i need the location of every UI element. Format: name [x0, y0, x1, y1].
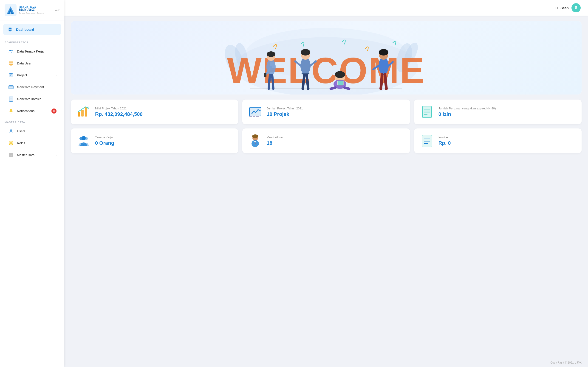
svg-point-77: [379, 57, 389, 75]
svg-line-74: [345, 88, 349, 89]
footer-text: Copy Right © 2021 UJPK: [550, 361, 582, 364]
stat-label-vendor: Vendor/User: [267, 135, 283, 140]
collapse-button[interactable]: ««: [55, 8, 60, 13]
generate-invoice-label: Generate Invoice: [17, 97, 57, 101]
sidebar-item-generate-payment[interactable]: Generate Payment: [3, 81, 61, 93]
svg-point-36: [10, 113, 11, 114]
notifications-label: Notifications: [17, 109, 49, 113]
svg-point-104: [252, 134, 258, 138]
stat-info-vendor: Vendor/User 18: [267, 135, 283, 146]
stat-info-nilai-projek: Nilai Projek Tahun 2021 Rp. 432,092,484,…: [95, 107, 143, 117]
roles-label: Roles: [17, 141, 57, 145]
svg-rect-48: [11, 155, 13, 157]
stat-value-invoice: Rp. 0: [439, 140, 451, 146]
vendor-icon: [248, 133, 262, 148]
sidebar: USAHA JAYA PRIMA KARYA Bangga Kebanggaan…: [0, 0, 64, 367]
svg-line-62: [272, 75, 273, 89]
invoice-nav-icon: [8, 96, 14, 102]
stat-value-jumlah-project: 10 Projek: [267, 111, 303, 117]
section-administrator: ADMINISTRATOR: [0, 37, 64, 45]
svg-point-18: [11, 62, 11, 62]
page-content: WELCOME: [64, 16, 588, 358]
svg-rect-4: [10, 12, 10, 14]
svg-rect-92: [253, 116, 255, 117]
greeting-text: Hi, Sean: [555, 6, 569, 10]
svg-point-102: [82, 136, 86, 140]
chart-icon: [76, 105, 91, 119]
stat-card-vendor: Vendor/User 18: [242, 128, 410, 153]
svg-line-82: [381, 75, 382, 89]
sidebar-item-master-data[interactable]: Master Data ›: [3, 149, 61, 161]
stat-value-nilai-projek: Rp. 432,092,484,500: [95, 111, 143, 117]
sidebar-item-dashboard[interactable]: Dashboard: [3, 24, 61, 35]
svg-line-73: [331, 88, 335, 89]
user-icon: [8, 60, 14, 67]
svg-rect-86: [85, 107, 87, 117]
svg-rect-46: [11, 153, 13, 155]
dashboard-icon: [7, 26, 13, 33]
svg-rect-15: [10, 65, 12, 66]
svg-point-10: [9, 50, 11, 51]
svg-point-42: [11, 144, 11, 145]
svg-point-11: [11, 50, 13, 51]
stats-row-2: Tenaga Kerja 0 Orang: [71, 128, 582, 153]
masterdata-icon: [8, 152, 14, 158]
project-label: Project: [17, 73, 53, 77]
sidebar-item-generate-invoice[interactable]: Generate Invoice: [3, 93, 61, 105]
svg-rect-84: [78, 112, 80, 117]
workers-icon: [76, 133, 91, 148]
svg-point-71: [335, 71, 345, 78]
sidebar-item-data-tenaga-kerja[interactable]: Data Tenaga Kerja: [3, 46, 61, 57]
svg-rect-29: [11, 88, 11, 88]
data-user-label: Data User: [17, 61, 57, 65]
svg-rect-107: [422, 135, 432, 147]
greeting-prefix: Hi,: [555, 6, 560, 10]
stat-value-tenaga-kerja: 0 Orang: [95, 140, 114, 146]
svg-point-44: [12, 143, 13, 144]
svg-rect-47: [9, 155, 11, 157]
svg-rect-20: [9, 74, 13, 77]
stat-card-invoice: Invoice Rp. 0: [414, 128, 582, 153]
stat-info-tenaga-kerja: Tenaga Kerja 0 Orang: [95, 135, 114, 146]
svg-line-66: [303, 75, 304, 89]
page-footer: Copy Right © 2021 UJPK: [64, 358, 588, 367]
sidebar-item-project[interactable]: Project ›: [3, 69, 61, 81]
sidebar-item-notifications[interactable]: Notifications 0: [3, 105, 61, 117]
sidebar-item-roles[interactable]: Roles: [3, 137, 61, 149]
users-label: Users: [17, 129, 57, 133]
stat-value-perizinan: 0 Izin: [439, 111, 496, 117]
sidebar-item-data-user[interactable]: Data User: [3, 58, 61, 69]
svg-rect-45: [9, 153, 11, 155]
stat-label-nilai-projek: Nilai Projek Tahun 2021: [95, 107, 143, 110]
app-name: USAHA JAYA PRIMA KARYA Bangga Kebanggaan…: [19, 6, 44, 14]
svg-point-58: [267, 51, 275, 57]
stat-info-invoice: Invoice Rp. 0: [439, 135, 451, 146]
stat-label-tenaga-kerja: Tenaga Kerja: [95, 135, 114, 140]
master-data-label: Master Data: [17, 153, 53, 157]
svg-rect-60: [264, 73, 267, 77]
stat-label-invoice: Invoice: [439, 135, 451, 140]
sidebar-item-users[interactable]: Users: [3, 125, 61, 137]
avatar[interactable]: S: [571, 3, 581, 12]
svg-rect-28: [9, 88, 10, 88]
svg-rect-6: [9, 28, 10, 29]
bell-icon: [8, 108, 14, 114]
invoice-stat-icon: [420, 133, 434, 148]
svg-line-61: [269, 75, 270, 89]
project-icon: [8, 72, 14, 78]
svg-rect-8: [9, 30, 10, 31]
section-master-data: MASTER DATA: [0, 117, 64, 125]
svg-point-79: [379, 49, 389, 56]
stat-info-jumlah-project: Jumlah Project Tahun 2021 10 Projek: [267, 107, 303, 117]
svg-rect-24: [10, 73, 12, 74]
sidebar-logo: USAHA JAYA PRIMA KARYA Bangga Kebanggaan…: [0, 0, 64, 20]
stats-row-1: Nilai Projek Tahun 2021 Rp. 432,092,484,…: [71, 100, 582, 124]
svg-point-19: [11, 62, 12, 62]
sidebar-navigation: Dashboard ADMINISTRATOR Data Tenaga Kerj…: [0, 20, 64, 367]
stat-card-perizinan: Jumlah Perizinan yang akan expired (H-30…: [414, 100, 582, 124]
stat-info-perizinan: Jumlah Perizinan yang akan expired (H-30…: [439, 107, 496, 117]
notifications-badge: 0: [52, 108, 57, 114]
welcome-illustration: WELCOME: [71, 21, 582, 94]
welcome-banner: WELCOME: [71, 21, 582, 94]
svg-rect-9: [10, 30, 11, 31]
